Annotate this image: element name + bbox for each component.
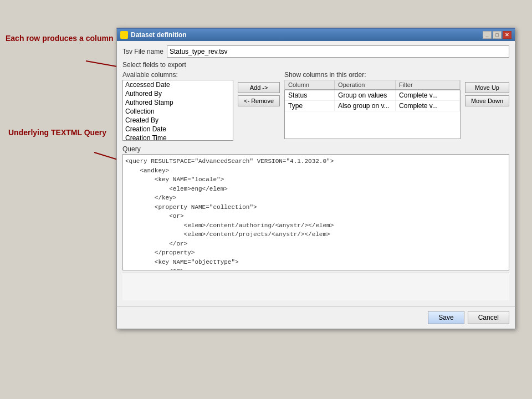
list-item[interactable]: Authored Stamp — [123, 98, 233, 107]
list-item[interactable]: Creation Date — [123, 125, 233, 134]
list-item[interactable]: Created By — [123, 116, 233, 125]
move-down-button[interactable]: Move Down — [465, 95, 509, 106]
move-up-button[interactable]: Move Up — [465, 82, 509, 93]
dataset-definition-dialog: Dataset definition _ □ ✕ Tsv File name S… — [116, 28, 515, 329]
columns-section: Available columns: Accessed Date Authore… — [122, 71, 509, 141]
tsv-row: Tsv File name — [122, 45, 509, 58]
table-row[interactable]: Status Group on values Complete v... — [285, 90, 460, 101]
col-header-filter: Filter — [396, 80, 460, 89]
dialog-title: Dataset definition — [131, 31, 187, 39]
dialog-footer: Save Cancel — [117, 306, 515, 329]
titlebar-left: Dataset definition — [120, 31, 187, 39]
annotation-row-column: Each row produces a column — [6, 33, 114, 43]
query-label: Query — [122, 145, 509, 153]
tsv-input[interactable] — [167, 45, 509, 58]
col-header-operation: Operation — [335, 80, 396, 89]
desktop: Each row produces a column Underlying TE… — [0, 0, 532, 399]
minimize-button[interactable]: _ — [483, 31, 492, 39]
table-cell-column: Status — [285, 90, 335, 100]
bottom-area — [122, 273, 509, 300]
table-row[interactable]: Type Also group on v... Complete v... — [285, 101, 460, 111]
table-cell-operation: Also group on v... — [335, 101, 396, 111]
remove-button[interactable]: <- Remove — [238, 95, 280, 106]
select-fields-label: Select fields to export — [122, 61, 509, 69]
query-section: Query <query RESULTSPACE="AdvancedSearch… — [122, 145, 509, 270]
query-textbox[interactable]: <query RESULTSPACE="AdvancedSearch" VERS… — [122, 154, 509, 270]
dialog-icon — [120, 31, 128, 39]
dialog-titlebar: Dataset definition _ □ ✕ — [117, 29, 515, 41]
show-columns-header: Column Operation Filter — [284, 80, 461, 90]
available-columns-area: Available columns: Accessed Date Authore… — [122, 71, 233, 141]
move-buttons: Move Up Move Down — [461, 82, 509, 106]
annotation-textml: Underlying TEXTML Query — [8, 127, 106, 137]
list-item[interactable]: Collection — [123, 107, 233, 116]
show-columns-area: Show columns in this order: Column Opera… — [284, 71, 461, 139]
table-cell-operation: Group on values — [335, 90, 396, 100]
titlebar-controls[interactable]: _ □ ✕ — [483, 31, 511, 39]
cancel-button[interactable]: Cancel — [468, 311, 509, 324]
show-columns-table[interactable]: Status Group on values Complete v... Typ… — [284, 90, 461, 139]
maximize-button[interactable]: □ — [493, 31, 502, 39]
save-button[interactable]: Save — [428, 311, 464, 324]
available-columns-listbox[interactable]: Accessed Date Authored By Authored Stamp… — [122, 80, 233, 141]
dialog-body: Tsv File name Select fields to export Av… — [117, 41, 515, 305]
table-cell-filter: Complete v... — [396, 101, 460, 111]
show-columns-label: Show columns in this order: — [284, 71, 461, 79]
list-item[interactable]: Creation Time — [123, 134, 233, 141]
table-cell-filter: Complete v... — [396, 90, 460, 100]
list-item[interactable]: Accessed Date — [123, 80, 233, 89]
close-button[interactable]: ✕ — [503, 31, 511, 39]
add-button[interactable]: Add -> — [238, 82, 280, 93]
available-columns-label: Available columns: — [122, 71, 233, 79]
tsv-label: Tsv File name — [122, 48, 163, 55]
list-item[interactable]: Authored By — [123, 89, 233, 98]
table-cell-column: Type — [285, 101, 335, 111]
col-header-column: Column — [285, 80, 335, 89]
add-remove-buttons: Add -> <- Remove — [233, 82, 284, 106]
